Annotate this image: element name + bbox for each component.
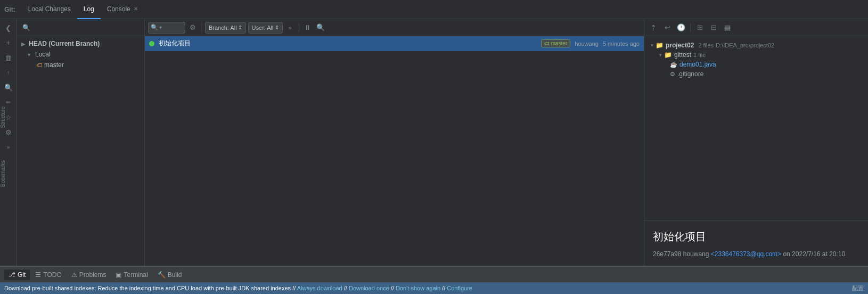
status-right: 配置 [852,284,864,292]
push-btn[interactable]: ↑ [2,66,15,79]
sidebar-search-btn[interactable]: 🔍 [20,22,32,34]
tree-item-head[interactable]: ▶ HEAD (Current Branch) [17,38,144,49]
commit-title: 初始化项目 [653,230,859,244]
gittest-folder-icon: 📁 [664,51,672,59]
tab-bar: Git: Local Changes Log Console ✕ [0,0,868,19]
detail-file-tree: ▾ 📁 project02 2 files D:\IDEA_pro\projec… [644,36,868,220]
gear-icon[interactable]: ⚙ [187,22,198,33]
head-label: HEAD (Current Branch) [29,40,100,47]
log-list: 初始化项目 master houwang 5 minutes ago [145,36,644,266]
bottom-tab-build[interactable]: 🔨 Build [153,270,186,280]
project-folder-item[interactable]: ▾ 📁 project02 2 files D:\IDEA_pro\projec… [649,40,864,50]
log-search-icon: 🔍 [151,24,158,31]
more-filters-icon[interactable]: » [285,22,296,33]
det-sep1 [690,23,691,32]
tab-local-changes[interactable]: Local Changes [22,0,77,19]
user-filter-btn[interactable]: User: All ⇕ [248,22,283,34]
commit-time: 5 minutes ago [603,40,640,47]
commit-message: 初始化项目 [159,39,537,48]
gittest-file-count: 1 file [693,52,706,58]
commit-author: houwang [575,40,599,47]
undo-icon[interactable]: ↩ [661,22,673,34]
always-download-link[interactable]: Always download [297,285,342,291]
bookmarks-vtab[interactable]: Bookmarks [0,160,6,187]
tree-item-local[interactable]: ▾ Local [17,49,144,60]
log-search-input-indicator: ▾ [159,24,162,30]
build-tab-icon: 🔨 [158,271,166,279]
close-console-icon[interactable]: ✕ [134,6,138,12]
demo01-file-item[interactable]: ☕ demo01.java [649,60,864,69]
log-toolbar: 🔍 ▾ ⚙ Branch: All ⇕ User: All ⇕ » ⏸ 🔍 [145,19,644,36]
git-tab-label: Git [18,271,26,279]
local-chevron-icon: ▾ [28,52,33,58]
git-label: Git: [4,6,15,13]
pause-icon[interactable]: ⏸ [302,22,313,33]
project-path: D:\IDEA_pro\project02 [716,42,774,48]
layout-icon[interactable]: ▤ [722,22,733,34]
detail-toolbar: ⇡ ↩ 🕐 ⊞ ⊟ ▤ [644,19,868,36]
commit-hash: 26e77a98 [653,250,681,258]
status-bar: Download pre-built shared indexes: Reduc… [0,282,868,294]
sidebar-tree: ▶ HEAD (Current Branch) ▾ Local 🏷 master [17,36,144,266]
log-search-icon2[interactable]: 🔍 [315,22,326,33]
branch-filter-label: Branch: All [209,24,237,31]
branch-badge-label: master [551,40,568,46]
user-chevron-icon: ⇕ [275,24,279,30]
problems-tab-label: Problems [79,271,107,279]
problems-tab-icon: ⚠ [71,271,77,279]
build-tab-label: Build [168,271,182,279]
terminal-tab-icon: ▣ [116,271,121,279]
local-label: Local [35,51,51,58]
gittest-chevron-icon: ▾ [659,52,662,58]
branch-filter-btn[interactable]: Branch: All ⇕ [205,22,246,34]
branch-icon: 🏷 [36,62,42,68]
collapse-btn[interactable]: ❮ [2,21,15,34]
gittest-folder-item[interactable]: ▾ 📁 gittest 1 file [649,50,864,60]
commit-meta: 26e77a98 houwang <2336476373@qq.com> on … [653,250,859,258]
gittest-name: gittest [674,51,691,59]
dont-show-link[interactable]: Don't show again [396,285,440,291]
search-btn[interactable]: 🔍 [2,81,15,94]
log-row[interactable]: 初始化项目 master houwang 5 minutes ago [145,36,644,51]
sep1 [201,23,202,32]
project-file-count-label: 2 files [698,42,714,48]
detail-area: ⇡ ↩ 🕐 ⊞ ⊟ ▤ ▾ 📁 project02 2 files D:\IDE… [644,19,868,266]
chevron-icon: ▶ [21,41,27,47]
side-panel: ❮ ＋ 🗑 ↑ 🔍 ✏ ☆ ⚙ » Structure Bookmarks [0,19,17,266]
git-tab-icon: ⎇ [9,271,15,278]
filter-icon[interactable]: ⊟ [708,22,719,34]
bottom-tab-problems[interactable]: ⚠ Problems [67,270,111,280]
user-filter-label: User: All [252,24,274,31]
status-text: Download pre-built shared indexes: Reduc… [4,285,850,291]
history-icon[interactable]: 🕐 [675,22,687,34]
log-area: 🔍 ▾ ⚙ Branch: All ⇕ User: All ⇕ » ⏸ 🔍 初始… [145,19,644,266]
delete-btn[interactable]: 🗑 [2,51,15,64]
structure-vtab[interactable]: Structure [0,107,6,128]
branch-badge: master [541,39,571,47]
add-btn[interactable]: ＋ [2,36,15,49]
java-file-icon: ☕ [670,61,677,68]
gitignore-file-item[interactable]: ⚙ .gitignore [649,69,864,79]
push-icon[interactable]: ⇡ [648,22,659,34]
project-folder-icon: 📁 [656,42,664,49]
commit-detail-bottom: 初始化项目 26e77a98 houwang <2336476373@qq.co… [644,220,868,266]
tree-item-master[interactable]: 🏷 master [17,60,144,70]
tab-log[interactable]: Log [77,0,101,19]
git-file-icon: ⚙ [670,71,675,78]
sep2 [299,23,299,32]
commit-author-detail: houwang [683,250,709,258]
grid-icon[interactable]: ⊞ [694,22,706,34]
tab-console[interactable]: Console ✕ [101,0,144,19]
bottom-tab-todo[interactable]: ☰ TODO [31,270,65,280]
bottom-toolbar: ⎇ Git ☰ TODO ⚠ Problems ▣ Terminal 🔨 Bui… [0,266,868,282]
commit-email: <2336476373@qq.com> [711,250,781,258]
bottom-tab-git[interactable]: ⎇ Git [4,270,30,280]
gitignore-filename: .gitignore [677,70,703,78]
sidebar-toolbar: 🔍 [17,19,144,36]
bottom-tab-terminal[interactable]: ▣ Terminal [111,270,152,280]
configure-link[interactable]: Configure [447,285,472,291]
master-label: master [44,61,64,69]
download-once-link[interactable]: Download once [349,285,389,291]
demo01-filename: demo01.java [679,61,716,68]
terminal-tab-label: Terminal [124,271,148,279]
